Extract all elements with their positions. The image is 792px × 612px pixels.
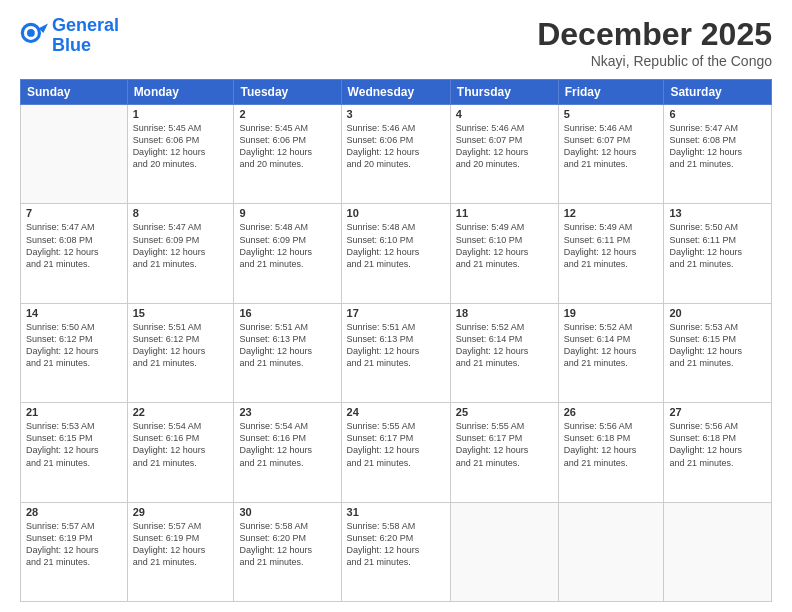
- day-number: 27: [669, 406, 766, 418]
- day-cell: 17Sunrise: 5:51 AM Sunset: 6:13 PM Dayli…: [341, 303, 450, 402]
- day-number: 14: [26, 307, 122, 319]
- day-number: 11: [456, 207, 553, 219]
- header-row: Sunday Monday Tuesday Wednesday Thursday…: [21, 80, 772, 105]
- day-info: Sunrise: 5:56 AM Sunset: 6:18 PM Dayligh…: [564, 420, 659, 469]
- day-info: Sunrise: 5:46 AM Sunset: 6:07 PM Dayligh…: [564, 122, 659, 171]
- day-info: Sunrise: 5:57 AM Sunset: 6:19 PM Dayligh…: [26, 520, 122, 569]
- day-info: Sunrise: 5:48 AM Sunset: 6:10 PM Dayligh…: [347, 221, 445, 270]
- day-number: 10: [347, 207, 445, 219]
- day-cell: 16Sunrise: 5:51 AM Sunset: 6:13 PM Dayli…: [234, 303, 341, 402]
- day-number: 29: [133, 506, 229, 518]
- day-number: 18: [456, 307, 553, 319]
- header-saturday: Saturday: [664, 80, 772, 105]
- day-info: Sunrise: 5:56 AM Sunset: 6:18 PM Dayligh…: [669, 420, 766, 469]
- day-number: 16: [239, 307, 335, 319]
- month-title: December 2025: [537, 16, 772, 53]
- day-number: 6: [669, 108, 766, 120]
- day-info: Sunrise: 5:57 AM Sunset: 6:19 PM Dayligh…: [133, 520, 229, 569]
- week-row-0: 1Sunrise: 5:45 AM Sunset: 6:06 PM Daylig…: [21, 105, 772, 204]
- day-number: 21: [26, 406, 122, 418]
- logo: General Blue: [20, 16, 119, 56]
- logo-line1: General: [52, 15, 119, 35]
- day-cell: [21, 105, 128, 204]
- day-cell: 22Sunrise: 5:54 AM Sunset: 6:16 PM Dayli…: [127, 403, 234, 502]
- day-info: Sunrise: 5:46 AM Sunset: 6:06 PM Dayligh…: [347, 122, 445, 171]
- day-cell: 5Sunrise: 5:46 AM Sunset: 6:07 PM Daylig…: [558, 105, 664, 204]
- day-info: Sunrise: 5:54 AM Sunset: 6:16 PM Dayligh…: [239, 420, 335, 469]
- day-cell: 15Sunrise: 5:51 AM Sunset: 6:12 PM Dayli…: [127, 303, 234, 402]
- header-monday: Monday: [127, 80, 234, 105]
- day-cell: 3Sunrise: 5:46 AM Sunset: 6:06 PM Daylig…: [341, 105, 450, 204]
- day-cell: 18Sunrise: 5:52 AM Sunset: 6:14 PM Dayli…: [450, 303, 558, 402]
- day-number: 25: [456, 406, 553, 418]
- day-info: Sunrise: 5:58 AM Sunset: 6:20 PM Dayligh…: [347, 520, 445, 569]
- day-number: 2: [239, 108, 335, 120]
- day-info: Sunrise: 5:49 AM Sunset: 6:10 PM Dayligh…: [456, 221, 553, 270]
- day-number: 5: [564, 108, 659, 120]
- day-number: 17: [347, 307, 445, 319]
- day-info: Sunrise: 5:47 AM Sunset: 6:08 PM Dayligh…: [26, 221, 122, 270]
- logo-icon: [20, 22, 48, 50]
- day-cell: 14Sunrise: 5:50 AM Sunset: 6:12 PM Dayli…: [21, 303, 128, 402]
- day-cell: 25Sunrise: 5:55 AM Sunset: 6:17 PM Dayli…: [450, 403, 558, 502]
- day-info: Sunrise: 5:52 AM Sunset: 6:14 PM Dayligh…: [564, 321, 659, 370]
- day-number: 3: [347, 108, 445, 120]
- day-cell: 29Sunrise: 5:57 AM Sunset: 6:19 PM Dayli…: [127, 502, 234, 601]
- day-info: Sunrise: 5:45 AM Sunset: 6:06 PM Dayligh…: [239, 122, 335, 171]
- day-info: Sunrise: 5:50 AM Sunset: 6:12 PM Dayligh…: [26, 321, 122, 370]
- day-number: 30: [239, 506, 335, 518]
- day-info: Sunrise: 5:47 AM Sunset: 6:09 PM Dayligh…: [133, 221, 229, 270]
- day-cell: [450, 502, 558, 601]
- week-row-3: 21Sunrise: 5:53 AM Sunset: 6:15 PM Dayli…: [21, 403, 772, 502]
- header-friday: Friday: [558, 80, 664, 105]
- day-info: Sunrise: 5:55 AM Sunset: 6:17 PM Dayligh…: [456, 420, 553, 469]
- day-cell: 11Sunrise: 5:49 AM Sunset: 6:10 PM Dayli…: [450, 204, 558, 303]
- title-block: December 2025 Nkayi, Republic of the Con…: [537, 16, 772, 69]
- day-cell: 23Sunrise: 5:54 AM Sunset: 6:16 PM Dayli…: [234, 403, 341, 502]
- week-row-4: 28Sunrise: 5:57 AM Sunset: 6:19 PM Dayli…: [21, 502, 772, 601]
- day-info: Sunrise: 5:51 AM Sunset: 6:13 PM Dayligh…: [347, 321, 445, 370]
- day-number: 20: [669, 307, 766, 319]
- logo-line2: Blue: [52, 35, 91, 55]
- day-cell: 6Sunrise: 5:47 AM Sunset: 6:08 PM Daylig…: [664, 105, 772, 204]
- day-cell: 9Sunrise: 5:48 AM Sunset: 6:09 PM Daylig…: [234, 204, 341, 303]
- header-sunday: Sunday: [21, 80, 128, 105]
- day-cell: 2Sunrise: 5:45 AM Sunset: 6:06 PM Daylig…: [234, 105, 341, 204]
- day-cell: [558, 502, 664, 601]
- day-info: Sunrise: 5:55 AM Sunset: 6:17 PM Dayligh…: [347, 420, 445, 469]
- day-cell: 28Sunrise: 5:57 AM Sunset: 6:19 PM Dayli…: [21, 502, 128, 601]
- calendar-body: 1Sunrise: 5:45 AM Sunset: 6:06 PM Daylig…: [21, 105, 772, 602]
- day-info: Sunrise: 5:51 AM Sunset: 6:12 PM Dayligh…: [133, 321, 229, 370]
- day-info: Sunrise: 5:45 AM Sunset: 6:06 PM Dayligh…: [133, 122, 229, 171]
- header: General Blue December 2025 Nkayi, Republ…: [20, 16, 772, 69]
- day-cell: 27Sunrise: 5:56 AM Sunset: 6:18 PM Dayli…: [664, 403, 772, 502]
- day-number: 7: [26, 207, 122, 219]
- day-number: 24: [347, 406, 445, 418]
- day-number: 1: [133, 108, 229, 120]
- day-info: Sunrise: 5:53 AM Sunset: 6:15 PM Dayligh…: [669, 321, 766, 370]
- day-number: 12: [564, 207, 659, 219]
- day-cell: [664, 502, 772, 601]
- day-number: 4: [456, 108, 553, 120]
- header-tuesday: Tuesday: [234, 80, 341, 105]
- day-info: Sunrise: 5:52 AM Sunset: 6:14 PM Dayligh…: [456, 321, 553, 370]
- day-number: 19: [564, 307, 659, 319]
- day-cell: 19Sunrise: 5:52 AM Sunset: 6:14 PM Dayli…: [558, 303, 664, 402]
- day-number: 31: [347, 506, 445, 518]
- day-cell: 30Sunrise: 5:58 AM Sunset: 6:20 PM Dayli…: [234, 502, 341, 601]
- day-cell: 20Sunrise: 5:53 AM Sunset: 6:15 PM Dayli…: [664, 303, 772, 402]
- day-info: Sunrise: 5:53 AM Sunset: 6:15 PM Dayligh…: [26, 420, 122, 469]
- day-info: Sunrise: 5:47 AM Sunset: 6:08 PM Dayligh…: [669, 122, 766, 171]
- calendar-header: Sunday Monday Tuesday Wednesday Thursday…: [21, 80, 772, 105]
- day-cell: 13Sunrise: 5:50 AM Sunset: 6:11 PM Dayli…: [664, 204, 772, 303]
- week-row-1: 7Sunrise: 5:47 AM Sunset: 6:08 PM Daylig…: [21, 204, 772, 303]
- day-number: 23: [239, 406, 335, 418]
- day-cell: 26Sunrise: 5:56 AM Sunset: 6:18 PM Dayli…: [558, 403, 664, 502]
- day-info: Sunrise: 5:46 AM Sunset: 6:07 PM Dayligh…: [456, 122, 553, 171]
- header-thursday: Thursday: [450, 80, 558, 105]
- day-cell: 4Sunrise: 5:46 AM Sunset: 6:07 PM Daylig…: [450, 105, 558, 204]
- day-number: 22: [133, 406, 229, 418]
- day-info: Sunrise: 5:51 AM Sunset: 6:13 PM Dayligh…: [239, 321, 335, 370]
- day-cell: 31Sunrise: 5:58 AM Sunset: 6:20 PM Dayli…: [341, 502, 450, 601]
- page: General Blue December 2025 Nkayi, Republ…: [0, 0, 792, 612]
